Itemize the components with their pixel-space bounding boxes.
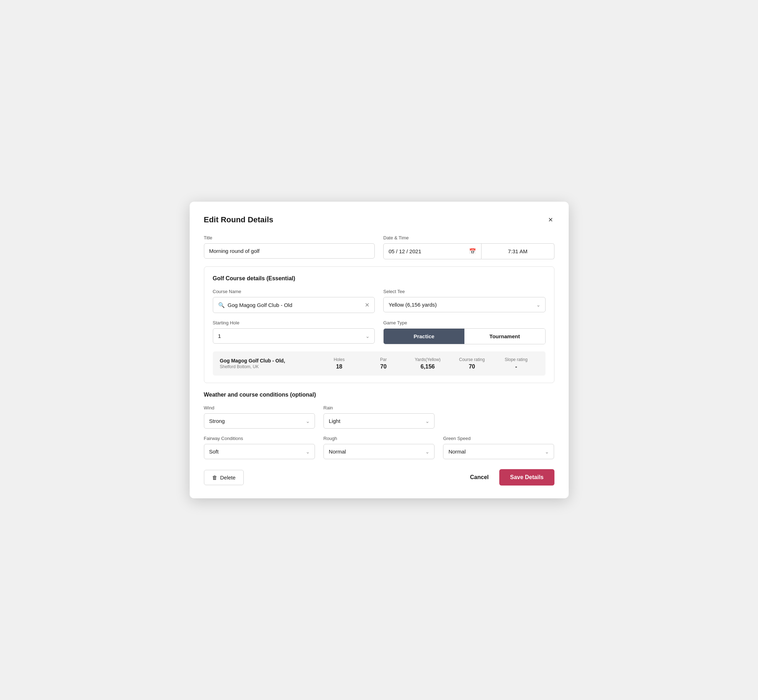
wind-wrapper: Calm Light Moderate Strong Very Strong ⌄: [204, 413, 315, 429]
rough-label: Rough: [324, 436, 434, 441]
holes-value: 18: [317, 364, 361, 370]
starting-hole-dropdown[interactable]: 1 2 3 10: [213, 328, 375, 344]
fairway-dropdown[interactable]: Soft Normal Hard: [204, 444, 315, 459]
green-speed-wrapper: Slow Normal Fast Very Fast ⌄: [443, 444, 554, 459]
golf-course-section: Golf Course details (Essential) Course N…: [204, 266, 554, 383]
modal-header: Edit Round Details ×: [204, 214, 554, 225]
date-time-fields: 05 / 12 / 2021 📅 7:31 AM: [383, 243, 554, 259]
fairway-group: Fairway Conditions Soft Normal Hard ⌄: [204, 436, 315, 459]
search-icon: 🔍: [218, 302, 225, 308]
date-value: 05 / 12 / 2021: [388, 248, 421, 254]
tournament-button[interactable]: Tournament: [464, 329, 545, 344]
course-info-box: Gog Magog Golf Club - Old, Shelford Bott…: [213, 352, 545, 376]
select-tee-label: Select Tee: [383, 289, 545, 294]
game-type-group: Game Type Practice Tournament: [383, 320, 545, 344]
fairway-rough-green-row: Fairway Conditions Soft Normal Hard ⌄ Ro…: [204, 436, 554, 459]
time-field[interactable]: 7:31 AM: [481, 243, 554, 259]
course-rating-value: 70: [450, 364, 494, 370]
rough-wrapper: Soft Normal Hard ⌄: [324, 444, 434, 459]
starting-hole-wrapper: 1 2 3 10 ⌄: [213, 328, 375, 344]
select-tee-dropdown[interactable]: Yellow (6,156 yards) White Red Blue: [383, 297, 545, 312]
wind-label: Wind: [204, 405, 315, 411]
slope-rating-stat: Slope rating -: [494, 357, 538, 370]
par-value: 70: [361, 364, 405, 370]
rain-dropdown[interactable]: None Light Moderate Heavy: [324, 413, 434, 429]
wind-dropdown[interactable]: Calm Light Moderate Strong Very Strong: [204, 413, 315, 429]
wind-rain-row: Wind Calm Light Moderate Strong Very Str…: [204, 405, 554, 429]
calendar-icon: 📅: [469, 248, 476, 255]
practice-button[interactable]: Practice: [384, 329, 464, 344]
course-search-wrapper[interactable]: 🔍 ✕: [213, 297, 375, 313]
datetime-label: Date & Time: [383, 235, 554, 241]
green-speed-label: Green Speed: [443, 436, 554, 441]
game-type-toggle: Practice Tournament: [383, 328, 545, 344]
par-label: Par: [361, 357, 405, 362]
course-tee-row: Course Name 🔍 ✕ Select Tee Yellow (6,156…: [213, 289, 545, 313]
footer-row: 🗑 Delete Cancel Save Details: [204, 469, 554, 486]
course-name-label: Course Name: [213, 289, 375, 294]
select-tee-group: Select Tee Yellow (6,156 yards) White Re…: [383, 289, 545, 313]
hole-gametype-row: Starting Hole 1 2 3 10 ⌄ Game Type Pract…: [213, 320, 545, 344]
weather-section: Weather and course conditions (optional)…: [204, 392, 554, 459]
title-label: Title: [204, 235, 375, 241]
holes-stat: Holes 18: [317, 357, 361, 370]
course-name-group: Course Name 🔍 ✕: [213, 289, 375, 313]
rain-group: Rain None Light Moderate Heavy ⌄: [324, 405, 434, 429]
rough-dropdown[interactable]: Soft Normal Hard: [324, 444, 434, 459]
trash-icon: 🗑: [212, 475, 218, 481]
yards-value: 6,156: [406, 364, 450, 370]
holes-label: Holes: [317, 357, 361, 362]
course-name-input[interactable]: [228, 302, 365, 308]
rain-label: Rain: [324, 405, 434, 411]
slope-rating-label: Slope rating: [494, 357, 538, 362]
starting-hole-group: Starting Hole 1 2 3 10 ⌄: [213, 320, 375, 344]
clear-icon[interactable]: ✕: [365, 302, 370, 308]
delete-button[interactable]: 🗑 Delete: [204, 470, 244, 485]
select-tee-wrapper: Yellow (6,156 yards) White Red Blue ⌄: [383, 297, 545, 312]
save-button[interactable]: Save Details: [499, 469, 554, 486]
edit-round-modal: Edit Round Details × Title Date & Time 0…: [190, 202, 568, 498]
footer-right: Cancel Save Details: [467, 469, 554, 486]
course-info-name: Gog Magog Golf Club - Old, Shelford Bott…: [220, 358, 317, 369]
close-button[interactable]: ×: [547, 214, 554, 225]
course-rating-label: Course rating: [450, 357, 494, 362]
wind-group: Wind Calm Light Moderate Strong Very Str…: [204, 405, 315, 429]
time-value: 7:31 AM: [508, 248, 528, 254]
course-name-display: Gog Magog Golf Club - Old,: [220, 358, 317, 364]
fairway-wrapper: Soft Normal Hard ⌄: [204, 444, 315, 459]
slope-rating-value: -: [494, 364, 538, 370]
game-type-label: Game Type: [383, 320, 545, 325]
modal-title: Edit Round Details: [204, 215, 274, 225]
fairway-label: Fairway Conditions: [204, 436, 315, 441]
course-location: Shelford Bottom, UK: [220, 364, 317, 369]
cancel-button[interactable]: Cancel: [467, 470, 492, 485]
title-group: Title: [204, 235, 375, 259]
rain-wrapper: None Light Moderate Heavy ⌄: [324, 413, 434, 429]
yards-label: Yards(Yellow): [406, 357, 450, 362]
delete-label: Delete: [220, 475, 236, 481]
starting-hole-label: Starting Hole: [213, 320, 375, 325]
datetime-group: Date & Time 05 / 12 / 2021 📅 7:31 AM: [383, 235, 554, 259]
title-datetime-row: Title Date & Time 05 / 12 / 2021 📅 7:31 …: [204, 235, 554, 259]
weather-section-title: Weather and course conditions (optional): [204, 392, 554, 398]
par-stat: Par 70: [361, 357, 405, 370]
green-speed-group: Green Speed Slow Normal Fast Very Fast ⌄: [443, 436, 554, 459]
title-input[interactable]: [204, 243, 375, 259]
course-rating-stat: Course rating 70: [450, 357, 494, 370]
date-field[interactable]: 05 / 12 / 2021 📅: [383, 243, 481, 259]
rough-group: Rough Soft Normal Hard ⌄: [324, 436, 434, 459]
golf-section-title: Golf Course details (Essential): [213, 275, 545, 282]
yards-stat: Yards(Yellow) 6,156: [406, 357, 450, 370]
green-speed-dropdown[interactable]: Slow Normal Fast Very Fast: [443, 444, 554, 459]
